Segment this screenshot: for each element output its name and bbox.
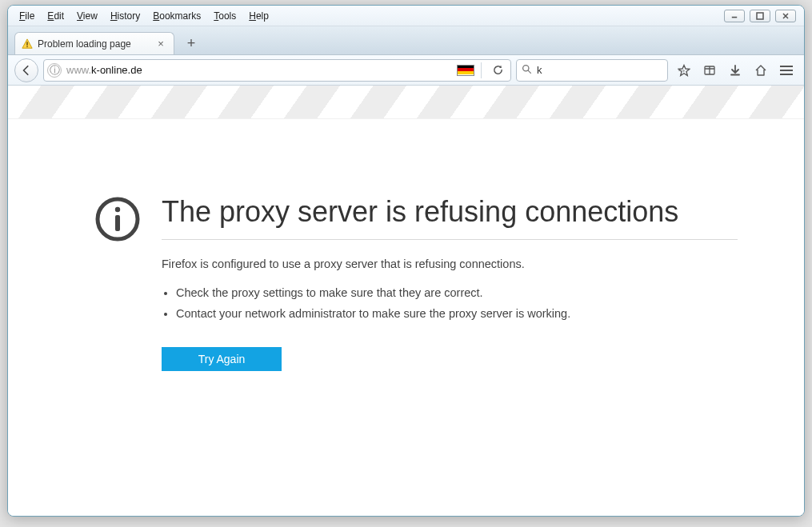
error-bullet: Contact your network administrator to ma… — [176, 307, 738, 320]
reload-button[interactable] — [488, 61, 507, 80]
bookmark-star-button[interactable] — [673, 59, 695, 82]
home-button[interactable] — [750, 59, 772, 82]
menu-edit[interactable]: Edit — [41, 8, 70, 24]
svg-rect-12 — [115, 215, 120, 231]
browser-window: File Edit View History Bookmarks Tools H… — [7, 5, 805, 517]
url-domain: k-online.de — [91, 64, 142, 76]
menu-bookmarks[interactable]: Bookmarks — [146, 8, 207, 24]
try-again-button[interactable]: Try Again — [162, 347, 282, 371]
hamburger-icon — [780, 66, 793, 75]
menu-tools[interactable]: Tools — [207, 8, 242, 24]
separator — [481, 62, 482, 78]
svg-rect-2 — [26, 42, 27, 45]
menu-help[interactable]: Help — [242, 8, 275, 24]
minimize-button[interactable] — [724, 10, 745, 22]
downloads-button[interactable] — [724, 59, 746, 82]
svg-point-11 — [115, 207, 120, 212]
menu-bar: File Edit View History Bookmarks Tools H… — [8, 6, 804, 26]
error-container: The proxy server is refusing connections… — [8, 119, 804, 371]
svg-line-5 — [528, 70, 530, 73]
new-tab-button[interactable]: + — [181, 34, 202, 53]
navigation-toolbar: ⓘ www.k-online.de → — [8, 55, 804, 86]
menu-hamburger-button[interactable] — [775, 59, 798, 82]
close-button[interactable] — [775, 10, 796, 22]
error-description: Firefox is configured to use a proxy ser… — [162, 258, 738, 270]
svg-rect-3 — [26, 46, 27, 46]
info-icon — [94, 196, 141, 242]
divider — [162, 239, 738, 240]
url-prefix: www. — [66, 64, 91, 76]
menu-history[interactable]: History — [104, 8, 146, 24]
error-title: The proxy server is refusing connections — [162, 196, 738, 239]
tab-close-button[interactable]: × — [154, 38, 167, 50]
flag-germany-icon — [457, 65, 474, 76]
search-input[interactable] — [537, 64, 671, 76]
url-text[interactable]: www.k-online.de — [66, 64, 452, 76]
warning-icon — [22, 38, 33, 50]
error-bullet: Check the proxy settings to make sure th… — [176, 286, 738, 299]
maximize-button[interactable] — [750, 10, 770, 22]
hazard-stripe — [8, 86, 804, 119]
library-button[interactable] — [698, 59, 721, 82]
error-body: The proxy server is refusing connections… — [162, 196, 738, 371]
identity-icon[interactable]: ⓘ — [47, 63, 62, 78]
page-content: The proxy server is refusing connections… — [8, 86, 804, 516]
svg-rect-1 — [757, 13, 763, 19]
svg-rect-0 — [732, 16, 737, 18]
back-button[interactable] — [14, 58, 38, 82]
error-suggestions: Check the proxy settings to make sure th… — [162, 286, 738, 320]
menu-file[interactable]: File — [13, 8, 41, 24]
window-controls — [724, 10, 799, 22]
search-icon — [522, 64, 532, 77]
tab-strip: Problem loading page × + — [8, 26, 804, 55]
toolbar-icons — [673, 59, 798, 82]
tab-title: Problem loading page — [38, 38, 150, 50]
url-bar[interactable]: ⓘ www.k-online.de — [43, 59, 511, 82]
search-bar[interactable]: → — [516, 59, 668, 82]
menu-view[interactable]: View — [70, 8, 104, 24]
tab-active[interactable]: Problem loading page × — [14, 32, 174, 54]
